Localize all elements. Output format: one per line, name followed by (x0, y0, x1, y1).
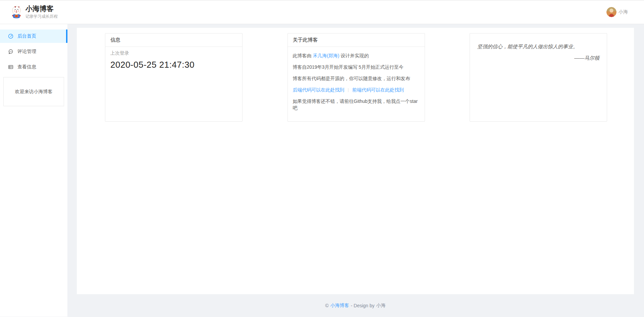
code-links-row: 后端代码可以在此处找到 | 前端代码可以在此处找到 (293, 86, 420, 93)
about-line-2: 博客自2019年3月开始开发编写 5月开始正式运行至今 (293, 64, 420, 70)
backend-code-link[interactable]: 后端代码可以在此处找到 (293, 86, 344, 93)
welcome-text: 欢迎来访小海博客 (15, 89, 53, 95)
links-divider: | (348, 86, 349, 93)
footer-author: 小海 (376, 303, 386, 309)
sidebar-item-dashboard[interactable]: 后台首页 (0, 29, 67, 43)
brand-home-link[interactable]: 小海博客 记录学习成长历程 (11, 5, 58, 19)
info-card-header: 信息 (105, 34, 242, 47)
welcome-box: 欢迎来访小海博客 (3, 77, 64, 106)
user-avatar (606, 7, 616, 17)
quote-text: 坚强的信心，能使平凡的人做出惊人的事业。 (477, 43, 599, 50)
quote-author: ——马尔顿 (477, 55, 599, 61)
site-subtitle: 记录学习成长历程 (25, 14, 58, 19)
about-card-body: 此博客由 禾几海(郑海) 设计并实现的 博客自2019年3月开始开发编写 5月开… (288, 47, 425, 119)
sidebar-item-comments[interactable]: 评论管理 (0, 45, 67, 58)
page-footer: © 小海博客 - Design by 小海 (77, 294, 634, 317)
sidebar-item-label: 后台首页 (17, 33, 36, 39)
sidebar-item-view-info[interactable]: 查看信息 (0, 60, 67, 74)
content-panel: 信息 上次登录 2020-05-25 21:47:30 关于此博客 此博客由 禾… (77, 28, 634, 294)
about-line1-prefix: 此博客由 (293, 53, 313, 58)
blog-logo-icon (11, 6, 22, 18)
sidebar-item-label: 查看信息 (17, 64, 36, 70)
about-card: 关于此博客 此博客由 禾几海(郑海) 设计并实现的 博客自2019年3月开始开发… (287, 33, 425, 122)
about-card-title: 关于此博客 (293, 37, 318, 43)
about-line-1: 此博客由 禾几海(郑海) 设计并实现的 (293, 52, 420, 59)
info-card-title: 信息 (110, 37, 120, 43)
sidebar-item-label: 评论管理 (17, 49, 36, 55)
app-header: 小海博客 记录学习成长历程 小海 (0, 0, 644, 24)
quote-card: 坚强的信心，能使平凡的人做出惊人的事业。 ——马尔顿 (470, 33, 607, 122)
author-link[interactable]: 禾几海(郑海) (313, 53, 339, 58)
about-card-header: 关于此博客 (288, 34, 425, 47)
sidebar: 后台首页 评论管理 (0, 24, 67, 317)
main-area: 信息 上次登录 2020-05-25 21:47:30 关于此博客 此博客由 禾… (67, 24, 644, 317)
about-line1-suffix: 设计并实现的 (339, 53, 369, 58)
info-card-body: 上次登录 2020-05-25 21:47:30 (105, 47, 242, 74)
last-login-label: 上次登录 (110, 50, 237, 56)
idcard-icon (8, 64, 13, 70)
info-card: 信息 上次登录 2020-05-25 21:47:30 (105, 33, 243, 122)
site-title: 小海博客 (25, 5, 58, 13)
about-line-3: 博客所有代码都是开源的，你可以随意修改，运行和发布 (293, 75, 420, 82)
frontend-code-link[interactable]: 前端代码可以在此处找到 (352, 86, 404, 93)
odometer-icon (8, 34, 13, 39)
main-layout: 后台首页 评论管理 (0, 24, 644, 317)
user-name: 小海 (619, 9, 628, 15)
footer-design-by: - Design by (351, 303, 375, 308)
footer-site-link[interactable]: 小海博客 (330, 303, 349, 309)
footer-copyright: © (325, 303, 328, 308)
last-login-datetime: 2020-05-25 21:47:30 (110, 59, 237, 70)
chat-dots-icon (8, 49, 13, 54)
user-menu[interactable]: 小海 (606, 7, 628, 17)
about-line-5: 如果觉得博客还不错，请前往Github支持我，给我点一个star吧 (293, 98, 420, 111)
